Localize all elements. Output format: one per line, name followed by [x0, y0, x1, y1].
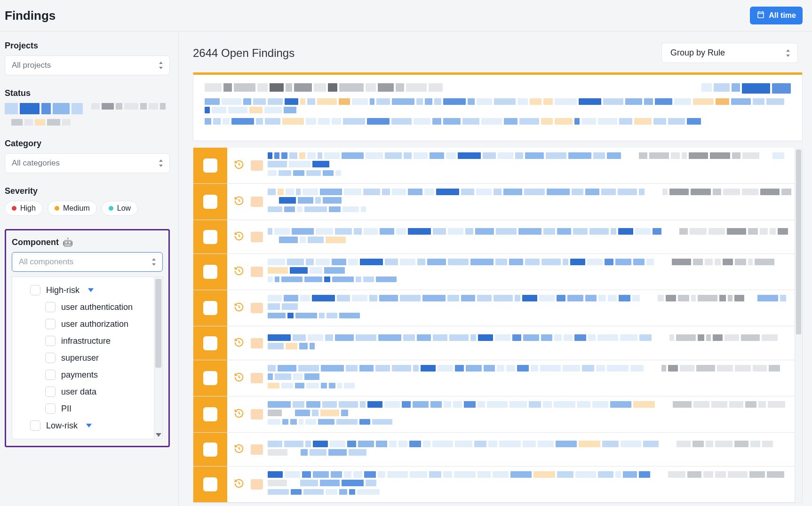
component-item[interactable]: superuser [17, 349, 151, 366]
component-item[interactable]: payments [17, 366, 151, 383]
row-checkbox[interactable] [203, 265, 217, 279]
scroll-down-arrow-icon[interactable] [156, 433, 161, 437]
chevron-down-icon[interactable] [88, 288, 94, 292]
severity-badge [251, 303, 263, 313]
severity-badge [251, 232, 263, 242]
row-checkbox[interactable] [203, 336, 217, 350]
history-icon [234, 231, 244, 243]
severity-badge [251, 373, 263, 383]
chevron-down-icon[interactable] [86, 424, 92, 427]
finding-row[interactable] [193, 290, 795, 326]
severity-chip-low[interactable]: Low [102, 201, 138, 216]
checkbox[interactable] [45, 403, 56, 414]
severity-badge [251, 160, 263, 171]
status-label: Status [5, 88, 170, 98]
projects-select-placeholder: All projects [12, 61, 51, 70]
row-icon-cell [227, 443, 251, 456]
component-item-label: user authorization [61, 319, 128, 329]
checkbox[interactable] [30, 285, 40, 295]
finding-row[interactable] [193, 466, 795, 503]
component-group[interactable]: High-risk [17, 282, 151, 299]
component-select[interactable]: All components [12, 252, 163, 272]
finding-row[interactable] [193, 326, 795, 360]
history-icon [234, 478, 244, 490]
finding-row[interactable] [193, 220, 795, 254]
component-filter-panel: Component 🤖 All components High-riskuser… [5, 229, 170, 447]
status-filter-blurred[interactable] [5, 103, 170, 126]
severity-badge [251, 267, 263, 277]
row-checkbox[interactable] [203, 477, 217, 491]
history-icon [234, 443, 244, 456]
severity-badge [251, 444, 263, 455]
finding-row[interactable] [193, 396, 795, 433]
component-item[interactable]: user authentication [17, 299, 151, 316]
projects-select[interactable]: All projects [5, 55, 170, 75]
dot-icon [12, 206, 16, 211]
component-item[interactable]: user data [17, 383, 151, 400]
rows-scrollbar[interactable] [795, 148, 802, 503]
updown-icon [158, 159, 164, 167]
row-checkbox-cell [193, 290, 227, 326]
finding-content-blurred [268, 396, 795, 432]
time-range-label: All time [769, 11, 796, 20]
category-select[interactable]: All categories [5, 153, 170, 173]
page-title: Findings [5, 8, 56, 23]
component-item-label: user data [61, 387, 96, 397]
row-checkbox[interactable] [203, 230, 217, 244]
updown-icon [151, 258, 157, 266]
row-checkbox[interactable] [203, 443, 217, 457]
group-desc-blurred [205, 118, 791, 125]
finding-content-blurred [268, 330, 795, 357]
finding-row[interactable] [193, 254, 795, 290]
category-label: Category [5, 139, 170, 149]
checkbox[interactable] [45, 353, 56, 363]
row-checkbox[interactable] [203, 195, 217, 209]
finding-row[interactable] [193, 148, 795, 184]
row-checkbox[interactable] [203, 407, 217, 421]
row-checkbox[interactable] [203, 301, 217, 315]
finding-row[interactable] [193, 433, 795, 466]
robot-icon: 🤖 [63, 237, 73, 247]
row-icon-cell [227, 159, 251, 172]
component-item[interactable]: PII [17, 400, 151, 417]
history-icon [234, 196, 244, 208]
checkbox[interactable] [45, 336, 56, 346]
severity-badge [251, 338, 263, 348]
component-scrollbar[interactable] [154, 277, 162, 439]
checkbox[interactable] [45, 387, 56, 397]
checkbox[interactable] [45, 370, 56, 380]
scrollbar-thumb[interactable] [155, 279, 161, 368]
dot-icon [55, 206, 59, 211]
top-bar: Findings All time [0, 0, 812, 32]
component-item[interactable]: infrastructure [17, 332, 151, 349]
row-checkbox-cell [193, 466, 227, 502]
component-group[interactable]: Low-risk [17, 417, 151, 434]
group-desc-blurred [205, 98, 791, 113]
scrollbar-thumb[interactable] [796, 150, 801, 334]
component-item[interactable]: user authorization [17, 316, 151, 332]
row-checkbox-cell [193, 220, 227, 253]
time-range-button[interactable]: All time [750, 7, 803, 24]
row-checkbox-cell [193, 360, 227, 396]
component-tree: High-riskuser authenticationuser authori… [12, 277, 154, 439]
checkbox[interactable] [45, 302, 56, 312]
finding-row[interactable] [193, 184, 795, 220]
row-checkbox-cell [193, 433, 227, 466]
row-checkbox[interactable] [203, 371, 217, 385]
component-label: Component [12, 237, 59, 247]
category-select-placeholder: All categories [12, 158, 60, 167]
history-icon [234, 266, 244, 278]
checkbox[interactable] [45, 319, 56, 329]
checkbox[interactable] [30, 420, 40, 431]
filters-sidebar: Projects All projects Status [0, 32, 179, 506]
severity-chip-medium[interactable]: Medium [48, 201, 97, 216]
group-title-blurred [205, 83, 791, 94]
finding-content-blurred [268, 466, 795, 502]
component-item-label: infrastructure [61, 336, 111, 346]
finding-row[interactable] [193, 360, 795, 396]
row-checkbox[interactable] [203, 158, 217, 173]
group-by-select[interactable]: Group by Rule [661, 43, 798, 63]
finding-content-blurred [268, 223, 795, 251]
severity-chip-high[interactable]: High [5, 201, 43, 216]
updown-icon [158, 62, 164, 69]
